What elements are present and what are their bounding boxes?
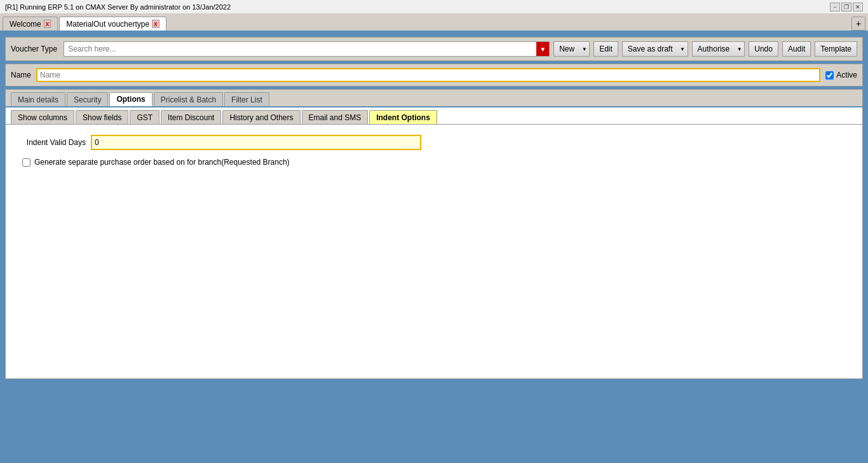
window-controls: − ❐ ✕ — [830, 3, 863, 11]
tab-materialout[interactable]: MaterialOut vouchertype x — [59, 17, 166, 31]
save-as-draft-dropdown-button[interactable]: ▼ — [678, 41, 688, 57]
save-as-draft-button[interactable]: Save as draft — [622, 41, 678, 57]
tab-main-details[interactable]: Main details — [11, 92, 65, 106]
indent-valid-days-label: Indent Valid Days — [16, 138, 86, 147]
tab-materialout-label: MaterialOut vouchertype — [66, 20, 149, 29]
close-button[interactable]: ✕ — [853, 3, 863, 11]
search-container: ▼ — [64, 41, 550, 57]
sub-tab-gst[interactable]: GST — [130, 110, 159, 124]
template-button[interactable]: Template — [815, 41, 857, 57]
sub-tab-indent-options[interactable]: Indent Options — [369, 110, 437, 124]
edit-button[interactable]: Edit — [593, 41, 618, 57]
tab-filter-list[interactable]: Filter List — [224, 92, 269, 106]
generate-purchase-order-row: Generate separate purchase order based o… — [16, 158, 852, 167]
sub-tab-show-columns[interactable]: Show columns — [11, 110, 74, 124]
tab-security[interactable]: Security — [67, 92, 108, 106]
tab-add-button[interactable]: + — [851, 17, 865, 31]
content-panel: Indent Valid Days Generate separate purc… — [5, 125, 863, 379]
name-label: Name — [11, 71, 31, 79]
sub-tab-nav: Show columns Show fields GST Item Discou… — [5, 106, 863, 125]
tab-welcome-label: Welcome — [10, 20, 41, 29]
new-button-group: New ▼ — [553, 41, 590, 57]
toolbar: Voucher Type ▼ New ▼ Edit Save as draft … — [5, 37, 863, 61]
audit-button[interactable]: Audit — [782, 41, 811, 57]
new-dropdown-button[interactable]: ▼ — [580, 41, 590, 57]
active-label: Active — [836, 71, 857, 79]
authorise-button-group: Authorise ▼ — [692, 41, 745, 57]
title-text: [R1] Running ERP 5.1 on CMAX Server By a… — [5, 3, 231, 11]
save-as-draft-button-group: Save as draft ▼ — [622, 41, 688, 57]
active-checkbox-container: Active — [825, 71, 857, 79]
sub-tab-show-fields[interactable]: Show fields — [76, 110, 128, 124]
active-checkbox[interactable] — [825, 71, 834, 79]
tab-welcome-close[interactable]: x — [44, 20, 51, 28]
minimize-button[interactable]: − — [830, 3, 840, 11]
tab-materialout-close[interactable]: x — [152, 20, 159, 28]
search-dropdown-button[interactable]: ▼ — [536, 42, 549, 56]
generate-purchase-order-checkbox[interactable] — [22, 158, 31, 167]
undo-button[interactable]: Undo — [749, 41, 778, 57]
generate-purchase-order-label: Generate separate purchase order based o… — [34, 158, 290, 167]
sub-tab-item-discount[interactable]: Item Discount — [161, 110, 221, 124]
tab-pricelist-batch[interactable]: Pricelist & Batch — [154, 92, 223, 106]
sub-tab-history-others[interactable]: History and Others — [222, 110, 300, 124]
search-input[interactable] — [64, 42, 536, 56]
indent-valid-days-row: Indent Valid Days — [16, 135, 852, 150]
tab-options[interactable]: Options — [109, 92, 152, 106]
name-input[interactable] — [36, 68, 820, 82]
tab-bar: Welcome x MaterialOut vouchertype x + — [0, 14, 868, 32]
title-bar: [R1] Running ERP 5.1 on CMAX Server By a… — [0, 0, 868, 14]
authorise-button[interactable]: Authorise — [692, 41, 735, 57]
main-content: Voucher Type ▼ New ▼ Edit Save as draft … — [0, 32, 868, 384]
name-row: Name Active — [5, 64, 863, 86]
main-tab-nav: Main details Security Options Pricelist … — [5, 89, 863, 106]
sub-tab-email-sms[interactable]: Email and SMS — [302, 110, 369, 124]
indent-valid-days-input[interactable] — [91, 135, 421, 150]
restore-button[interactable]: ❐ — [841, 3, 851, 11]
new-button[interactable]: New — [553, 41, 580, 57]
tab-welcome[interactable]: Welcome x — [3, 17, 58, 31]
authorise-dropdown-button[interactable]: ▼ — [735, 41, 745, 57]
voucher-type-label: Voucher Type — [11, 45, 57, 53]
